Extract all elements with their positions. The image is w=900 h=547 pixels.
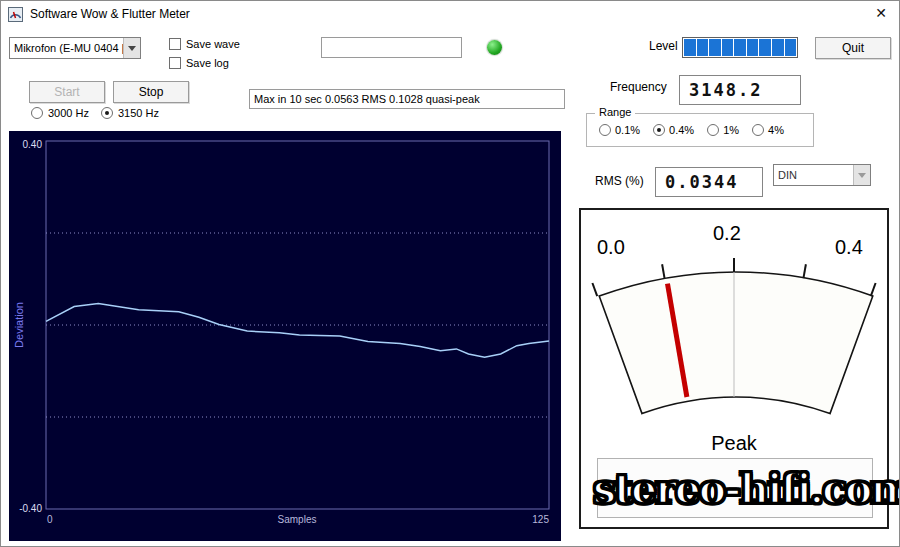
radio-3150hz-row: 3150 Hz (101, 107, 159, 119)
save-log-label: Save log (186, 57, 229, 69)
quit-button[interactable]: Quit (815, 37, 891, 59)
level-label: Level (649, 39, 678, 53)
titlebar: Software Wow & Flutter Meter ✕ (1, 1, 899, 27)
chevron-down-icon (858, 173, 866, 178)
rms-label: RMS (%) (595, 174, 644, 188)
radio-3150hz-label: 3150 Hz (118, 107, 159, 119)
chevron-down-icon (128, 46, 136, 51)
radio-3000hz-label: 3000 Hz (48, 107, 89, 119)
rms-display: 0.0344 (655, 167, 763, 197)
range-option-0.1: 0.1% (599, 124, 640, 136)
gauge-scale-label-0: 0.0 (597, 236, 625, 259)
app-icon (8, 7, 23, 22)
save-log-checkbox[interactable] (169, 57, 181, 69)
range-group-label: Range (595, 106, 635, 118)
range-groupbox: Range 0.1% 0.4% 1% 4% (586, 113, 814, 147)
radio-3000hz[interactable] (31, 107, 43, 119)
start-button[interactable]: Start (29, 81, 105, 103)
range-option-1: 1% (707, 124, 739, 136)
radio-range-0.1[interactable] (599, 124, 611, 136)
led-indicator (487, 40, 502, 55)
save-wave-label: Save wave (186, 38, 240, 50)
frequency-label: Frequency (610, 80, 667, 94)
window-title: Software Wow & Flutter Meter (30, 7, 190, 21)
device-combo-dropdown-button[interactable] (123, 38, 140, 58)
deviation-chart: 0.40 -0.40 Deviation 0 Samples 125 (9, 131, 561, 541)
radio-range-1-label: 1% (723, 124, 739, 136)
text-input[interactable] (321, 37, 462, 58)
level-meter (682, 37, 798, 58)
close-icon[interactable]: ✕ (875, 5, 887, 21)
watermark-text: stereo-hifi.com (593, 465, 900, 513)
radio-range-1[interactable] (707, 124, 719, 136)
radio-range-0.4-label: 0.4% (669, 124, 694, 136)
range-option-4: 4% (752, 124, 784, 136)
din-combo[interactable]: DIN (773, 164, 871, 186)
y-axis-title: Deviation (13, 302, 25, 348)
device-combo[interactable]: Mikrofon (E-MU 0404 | U (9, 37, 141, 59)
device-combo-value: Mikrofon (E-MU 0404 | U (10, 42, 123, 54)
y-axis-max-label: 0.40 (23, 139, 43, 150)
din-combo-value: DIN (774, 169, 853, 181)
radio-range-4[interactable] (752, 124, 764, 136)
x-axis-max-label: 125 (532, 514, 549, 525)
y-axis-min-label: -0.40 (19, 503, 42, 514)
din-combo-dropdown-button[interactable] (853, 165, 870, 185)
save-wave-checkbox-row: Save wave (169, 38, 240, 50)
radio-range-0.1-label: 0.1% (615, 124, 640, 136)
radio-range-0.4[interactable] (653, 124, 665, 136)
gauge-caption: Peak (581, 432, 887, 455)
gauge-scale-label-1: 0.2 (713, 222, 741, 245)
deviation-trace (46, 303, 549, 357)
save-log-checkbox-row: Save log (169, 57, 229, 69)
x-axis-title: Samples (278, 514, 317, 525)
x-axis-min-label: 0 (47, 514, 53, 525)
status-box: Max in 10 sec 0.0563 RMS 0.1028 quasi-pe… (249, 89, 565, 109)
plot-border (46, 141, 549, 509)
radio-3000hz-row: 3000 Hz (31, 107, 89, 119)
gauge-scale-label-2: 0.4 (835, 236, 863, 259)
deviation-chart-svg: 0.40 -0.40 Deviation 0 Samples 125 (9, 131, 561, 541)
app-window: Software Wow & Flutter Meter ✕ Mikrofon … (0, 0, 900, 547)
range-option-0.4: 0.4% (653, 124, 694, 136)
radio-3150hz[interactable] (101, 107, 113, 119)
stop-button[interactable]: Stop (113, 81, 189, 103)
chart-gridlines (46, 233, 549, 417)
frequency-display: 3148.2 (679, 75, 801, 105)
gauge-arc (599, 272, 873, 414)
save-wave-checkbox[interactable] (169, 38, 181, 50)
radio-range-4-label: 4% (768, 124, 784, 136)
